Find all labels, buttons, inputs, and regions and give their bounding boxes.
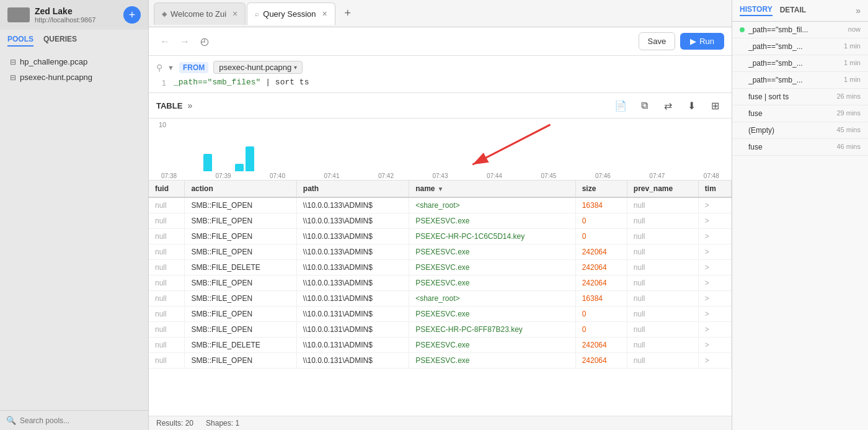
table-cell-5-6[interactable]: >	[698, 275, 731, 291]
run-button[interactable]: ▶ Run	[680, 33, 724, 50]
pools-list: ⊟ hp_challenge.pcap ⊟ psexec-hunt.pcapng	[0, 49, 148, 90]
nav-queries[interactable]: QUERIES	[43, 35, 77, 47]
table-row[interactable]: nullSMB::FILE_OPEN\\10.0.0.133\ADMIN$<sh…	[149, 197, 732, 213]
history-item-2[interactable]: _path=="smb_...1 min	[732, 55, 868, 72]
table-cell-4-6[interactable]: >	[698, 260, 731, 275]
table-cell-7-6[interactable]: >	[698, 307, 731, 322]
col-header-fuid[interactable]: fuid	[149, 181, 185, 197]
table-row[interactable]: nullSMB::FILE_OPEN\\10.0.0.133\ADMIN$PSE…	[149, 213, 732, 229]
download-button[interactable]: ⬇	[682, 97, 701, 114]
col-header-action[interactable]: action	[185, 181, 296, 197]
table-cell-10-2: \\10.0.0.131\ADMIN$	[296, 353, 409, 369]
table-cell-9-4: 242064	[575, 338, 627, 353]
tab-welcome[interactable]: ◆ Welcome to Zui ×	[154, 2, 246, 25]
history-item-5[interactable]: fuse29 mins	[732, 105, 868, 122]
table-cell-3-0: null	[149, 244, 185, 260]
from-source-selector[interactable]: psexec-hunt.pcapng ▾	[213, 61, 303, 74]
table-cell-6-1: SMB::FILE_OPEN	[185, 291, 296, 307]
history-tab-history[interactable]: HISTORY	[740, 5, 773, 16]
filter-button[interactable]: ⇄	[658, 97, 677, 114]
sidebar-search-area: 🔍	[0, 410, 148, 430]
add-tab-button[interactable]: +	[339, 5, 356, 22]
history-query-text-7: fuse	[748, 143, 831, 151]
table-cell-6-0: null	[149, 291, 185, 307]
chart-bar-4	[203, 154, 212, 171]
history-query-text-4: fuse | sort ts	[748, 92, 831, 101]
history-time-2: 1 min	[844, 59, 861, 66]
table-cell-6-6[interactable]: >	[698, 291, 731, 307]
export-button[interactable]: 📄	[611, 97, 630, 114]
history-query-text-2: _path=="smb_...	[748, 59, 839, 68]
query-from-bar: ⚲ ▼ FROM psexec-hunt.pcapng ▾	[156, 61, 724, 74]
grid-button[interactable]: ⊞	[706, 97, 724, 114]
history-item-7[interactable]: fuse46 mins	[732, 139, 868, 156]
table-cell-1-4: 0	[575, 213, 627, 229]
table-toolbar: TABLE » 📄 ⧉ ⇄ ⬇ ⊞	[149, 93, 732, 119]
tab-welcome-label: Welcome to Zui	[170, 9, 226, 19]
col-header-size[interactable]: size	[575, 181, 627, 197]
data-table-wrapper[interactable]: fuid action path name▼ size prev_name ti…	[149, 181, 732, 416]
table-expand-button[interactable]: »	[187, 101, 192, 110]
chart-x-label-4: 07:42	[378, 172, 394, 179]
table-row[interactable]: nullSMB::FILE_DELETE\\10.0.0.133\ADMIN$P…	[149, 260, 732, 275]
query-code[interactable]: _path=="smb_files" | sort ts	[174, 78, 309, 87]
table-row[interactable]: nullSMB::FILE_OPEN\\10.0.0.131\ADMIN$PSE…	[149, 307, 732, 322]
tab-query-close[interactable]: ×	[322, 9, 327, 19]
col-header-path[interactable]: path	[296, 181, 409, 197]
history-item-3[interactable]: _path=="smb_...1 min	[732, 72, 868, 89]
table-cell-10-5: null	[627, 353, 698, 369]
table-cell-1-1: SMB::FILE_OPEN	[185, 213, 296, 229]
table-cell-2-3: PSEXEC-HR-PC-1C6C5D14.key	[409, 229, 576, 244]
table-row[interactable]: nullSMB::FILE_OPEN\\10.0.0.131\ADMIN$PSE…	[149, 322, 732, 338]
table-cell-10-6[interactable]: >	[698, 353, 731, 369]
share-button[interactable]: ⧉	[635, 97, 653, 114]
col-header-name[interactable]: name▼	[409, 181, 576, 197]
table-row[interactable]: nullSMB::FILE_OPEN\\10.0.0.133\ADMIN$PSE…	[149, 244, 732, 260]
col-header-tim[interactable]: tim	[698, 181, 731, 197]
save-button[interactable]: Save	[639, 32, 676, 50]
table-row[interactable]: nullSMB::FILE_DELETE\\10.0.0.131\ADMIN$P…	[149, 338, 732, 353]
pool-item-hp[interactable]: ⊟ hp_challenge.pcap	[0, 54, 148, 69]
sidebar: Zed Lake http://localhost:9867 + POOLS Q…	[0, 0, 149, 430]
search-input[interactable]	[20, 416, 142, 425]
table-cell-2-6[interactable]: >	[698, 229, 731, 244]
table-row[interactable]: nullSMB::FILE_OPEN\\10.0.0.131\ADMIN$<sh…	[149, 291, 732, 307]
table-cell-5-4: 242064	[575, 275, 627, 291]
history-button[interactable]: ◴	[196, 33, 213, 50]
table-cell-1-6[interactable]: >	[698, 213, 731, 229]
back-button[interactable]: ←	[156, 33, 174, 50]
table-cell-0-1: SMB::FILE_OPEN	[185, 197, 296, 213]
table-row[interactable]: nullSMB::FILE_OPEN\\10.0.0.133\ADMIN$PSE…	[149, 275, 732, 291]
history-time-7: 46 mins	[836, 143, 861, 150]
table-cell-4-3: PSEXESVC.exe	[409, 260, 576, 275]
from-chevron-icon: ▾	[294, 64, 297, 71]
pool-item-psexec[interactable]: ⊟ psexec-hunt.pcapng	[0, 69, 148, 85]
tab-query[interactable]: ⌕ Query Session ×	[247, 2, 335, 25]
chart-bars	[156, 131, 724, 171]
history-header: HISTORY DETAIL »	[732, 0, 868, 22]
col-header-prev_name[interactable]: prev_name	[627, 181, 698, 197]
tab-welcome-icon: ◆	[162, 10, 167, 18]
table-row[interactable]: nullSMB::FILE_OPEN\\10.0.0.133\ADMIN$PSE…	[149, 229, 732, 244]
table-cell-5-3: PSEXESVC.exe	[409, 275, 576, 291]
forward-button[interactable]: →	[176, 33, 193, 50]
history-item-1[interactable]: _path=="smb_...1 min	[732, 38, 868, 55]
table-row[interactable]: nullSMB::FILE_OPEN\\10.0.0.131\ADMIN$PSE…	[149, 353, 732, 369]
chart-x-labels: 07:3807:3907:4007:4107:4207:4307:4407:45…	[156, 171, 724, 181]
table-cell-3-6[interactable]: >	[698, 244, 731, 260]
nav-pools[interactable]: POOLS	[7, 35, 33, 47]
table-cell-0-6[interactable]: >	[698, 197, 731, 213]
history-item-0[interactable]: _path=="smb_fil...now	[732, 22, 868, 38]
tab-welcome-close[interactable]: ×	[232, 9, 237, 19]
history-expand-button[interactable]: »	[856, 6, 861, 16]
history-item-6[interactable]: (Empty)45 mins	[732, 122, 868, 139]
add-pool-button[interactable]: +	[123, 6, 141, 24]
table-cell-7-5: null	[627, 307, 698, 322]
table-cell-8-6[interactable]: >	[698, 322, 731, 338]
history-tab-detail[interactable]: DETAIL	[780, 6, 806, 16]
history-item-4[interactable]: fuse | sort ts26 mins	[732, 89, 868, 105]
chart-x-label-8: 07:46	[595, 172, 611, 179]
chart-x-label-5: 07:43	[432, 172, 448, 179]
table-cell-9-6[interactable]: >	[698, 338, 731, 353]
table-cell-7-0: null	[149, 307, 185, 322]
